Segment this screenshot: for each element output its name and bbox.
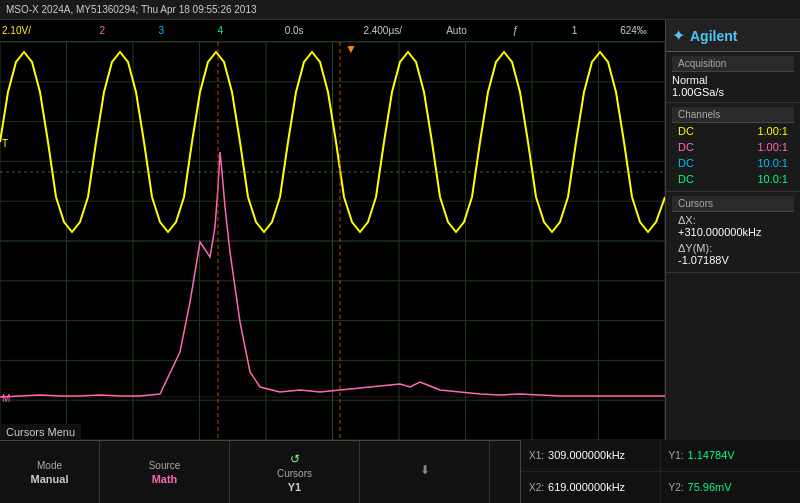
x2-cell: X2: 619.000000kHz (521, 472, 661, 504)
y2-label: Y2: (669, 482, 684, 493)
time-pos: 0.0s (250, 25, 339, 36)
ch3-scale: 3 (132, 25, 191, 36)
y1-value: 1.14784V (688, 449, 735, 461)
x1-cell: X1: 309.000000kHz (521, 440, 661, 472)
delta-x-label: ΔX: (678, 214, 696, 226)
xy-readouts: X1: 309.000000kHz Y1: 1.14784V X2: 619.0… (520, 440, 800, 503)
waveform-display: T M (0, 42, 665, 440)
right-panel: ✦ Agilent Acquisition Normal 1.00GSa/s C… (665, 20, 800, 440)
trig-mode: Auto (427, 25, 486, 36)
ch3-scale: 10.0:1 (757, 157, 788, 169)
time-div: 2.400μs/ (338, 25, 427, 36)
x2-label: X2: (529, 482, 544, 493)
ch1-scale: 2.10V/ (2, 25, 73, 36)
status-text: MSO-X 2024A, MY51360294; Thu Apr 18 09:5… (6, 4, 257, 15)
acquisition-section: Acquisition Normal 1.00GSa/s (666, 52, 800, 103)
y1-cell: Y1: 1.14784V (661, 440, 801, 472)
mode-label-top: Mode (37, 460, 62, 471)
delta-x-row: ΔX: +310.000000kHz (672, 212, 794, 240)
x1-value: 309.000000kHz (548, 449, 625, 461)
ch2-scale: 1.00:1 (757, 141, 788, 153)
delta-x-val: +310.000000kHz (678, 226, 788, 238)
x2-value: 619.000000kHz (548, 481, 625, 493)
ch2-scale: 2 (73, 25, 132, 36)
ch2-coupling: DC (678, 141, 694, 153)
ch3-coupling: DC (678, 157, 694, 169)
sample-rate: 624‰ (604, 25, 663, 36)
status-bar: MSO-X 2024A, MY51360294; Thu Apr 18 09:5… (0, 0, 800, 20)
func: ƒ (486, 25, 545, 36)
y2-value: 75.96mV (688, 481, 732, 493)
svg-text:T: T (2, 138, 8, 149)
y1-label: Y1: (669, 450, 684, 461)
menu-label: Cursors Menu (0, 424, 81, 440)
brand-header: ✦ Agilent (666, 20, 800, 52)
cursors-header: Cursors (672, 196, 794, 212)
acq-rate: 1.00GSa/s (672, 86, 794, 98)
svg-text:M: M (2, 393, 10, 404)
channels-section: Channels DC 1.00:1 DC 1.00:1 DC 10.0:1 D… (666, 103, 800, 192)
cursors-label-bottom: Y1 (288, 481, 301, 493)
cursors-section: Cursors ΔX: +310.000000kHz ΔY(M): -1.071… (666, 192, 800, 273)
delta-ym-label: ΔY(M): (678, 242, 712, 254)
ch4-coupling: DC (678, 173, 694, 185)
source-label-top: Source (149, 460, 181, 471)
empty-button[interactable]: ⬇ (360, 441, 490, 503)
refresh-icon: ↺ (290, 452, 300, 466)
cursors-button[interactable]: ↺ Cursors Y1 (230, 441, 360, 503)
ch1-coupling: DC (678, 125, 694, 137)
ch4-scale: 4 (191, 25, 250, 36)
mode-label-bottom: Manual (31, 473, 69, 485)
source-button[interactable]: Source Math (100, 441, 230, 503)
trig-level: 1 (545, 25, 604, 36)
acquisition-header: Acquisition (672, 56, 794, 72)
delta-ym-row: ΔY(M): -1.07188V (672, 240, 794, 268)
ch4-scale: 10.0:1 (757, 173, 788, 185)
scale-bar: 2.10V/ 2 3 4 0.0s 2.400μs/ Auto ƒ 1 624‰ (0, 20, 665, 42)
down-arrow-icon: ⬇ (420, 463, 430, 477)
ch1-row: DC 1.00:1 (672, 123, 794, 139)
channels-header: Channels (672, 107, 794, 123)
ch4-row: DC 10.0:1 (672, 171, 794, 187)
mode-button[interactable]: Mode Manual (0, 441, 100, 503)
delta-ym-val: -1.07188V (678, 254, 788, 266)
ch2-row: DC 1.00:1 (672, 139, 794, 155)
acq-mode: Normal (672, 72, 794, 86)
brand-name: Agilent (690, 28, 737, 44)
menu-bar[interactable]: Mode Manual Source Math ↺ Cursors Y1 ⬇ U… (0, 440, 800, 503)
ch1-scale: 1.00:1 (757, 125, 788, 137)
agilent-star-icon: ✦ (672, 26, 685, 45)
x1-label: X1: (529, 450, 544, 461)
source-label-bottom: Math (152, 473, 178, 485)
ch3-row: DC 10.0:1 (672, 155, 794, 171)
y2-cell: Y2: 75.96mV (661, 472, 801, 504)
cursors-label-top: Cursors (277, 468, 312, 479)
